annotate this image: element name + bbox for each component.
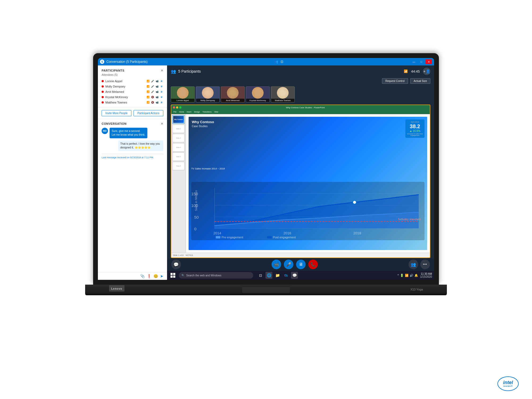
conversation-header: CONVERSATION ✕ [102, 122, 163, 126]
thumbnail-krystal[interactable]: Krystal McKinney [246, 86, 270, 102]
titlebar-popout-icon[interactable]: ⊡ [279, 59, 285, 64]
participant-left: Amit Melamed [102, 90, 124, 93]
page-wrapper: S Conversation (5 Participants) 👥 ⊡ — □ … [0, 0, 532, 399]
chat-icon: 💬 [173, 262, 179, 267]
notification-icon[interactable]: 🔔 [414, 274, 418, 277]
ppt-slide-thumb[interactable]: Slide 5 [172, 152, 185, 161]
edge-icon[interactable]: 🌐 [265, 272, 272, 279]
conversation-close-button[interactable]: ✕ [161, 122, 163, 126]
ppt-slide-thumb[interactable]: Slide 2 [172, 124, 185, 133]
ppt-taskbar: Slide 1 of 8 NOTES [171, 253, 430, 257]
call-controls-left: 💬 [171, 260, 181, 269]
ppt-max-dot [179, 106, 181, 109]
thumbnail-label: Amit Melamed [221, 99, 244, 102]
close-button[interactable]: ✕ [426, 59, 432, 64]
share-icon: 🖥 [160, 90, 163, 94]
mute-button[interactable]: 🎤 [284, 260, 293, 269]
more-options-button[interactable]: ••• [420, 260, 430, 269]
svg-text:2016: 2016 [283, 231, 291, 235]
svg-point-10 [353, 201, 356, 204]
edge-symbol: 🌐 [267, 273, 271, 277]
attach-icon[interactable]: 📎 [140, 274, 145, 278]
signal-icon: 📶 [146, 85, 150, 88]
send-icon[interactable]: ➤ [160, 274, 163, 278]
windows-quadrant [173, 276, 175, 278]
participant-left: Krystal McKinney [102, 95, 128, 99]
end-call-button[interactable]: 📞 [308, 260, 318, 269]
thumbnail-face [171, 87, 194, 99]
ppt-container: Why Contoso Case Studies - PowerPoint Fi… [171, 105, 430, 257]
participant-name-molly: Molly Dempsey [105, 85, 125, 88]
participant-icons: 📶 🔇 📹 🖥 [146, 101, 163, 104]
share-screen-button[interactable]: 🖥 [296, 260, 306, 269]
participant-row: Lonnie Appel 📶 🎤 📹 🖥 [102, 78, 163, 84]
share-icon: 🖥 [160, 85, 163, 88]
intel-brand-text: intel [503, 380, 513, 385]
skype-taskbar-icon[interactable]: 💬 [291, 272, 298, 279]
emoji-icon[interactable]: 😊 [153, 274, 158, 278]
svg-rect-14 [216, 236, 221, 239]
incoming-message: MD Sure, give me a second. Let me know w… [102, 128, 163, 138]
thumbnail-amit[interactable]: Amit Melamed [221, 86, 245, 102]
add-participant-button[interactable]: +👤 [423, 68, 430, 75]
thumbnail-label: Molly Dempsey [196, 99, 219, 102]
thumbnail-matthew[interactable]: Matthew Townes [271, 86, 295, 102]
participant-left: Matthew Townes [102, 101, 127, 104]
screen: S Conversation (5 Participants) 👥 ⊡ — □ … [98, 58, 434, 280]
ppt-slide-thumb[interactable]: Slide 3 [172, 134, 185, 142]
participants-title: PARTICIPANTS [102, 69, 124, 72]
ppt-min-dot [176, 106, 178, 109]
ppt-ribbon-tab[interactable]: Insert [187, 111, 192, 113]
request-control-button[interactable]: Request Control [382, 78, 408, 84]
participant-row: Amit Melamed 📶 🎤 📹 🖥 [102, 89, 163, 94]
thumbnail-molly[interactable]: Molly Dempsey [196, 86, 220, 102]
participants-group-icon: 👥 [171, 69, 176, 74]
video-camera-icon: 📹 [274, 262, 279, 267]
chevron-up-icon[interactable]: ^ [397, 274, 399, 277]
thumbnail-row: Lonnie Appel Molly Dempsey [167, 85, 434, 103]
ppt-ribbon-tab[interactable]: Transitions [202, 111, 211, 113]
conversation-section: CONVERSATION ✕ MD Sure, give me a second… [98, 119, 167, 272]
urgent-icon[interactable]: ❗ [147, 274, 151, 278]
ppt-ribbon-tab[interactable]: Design [194, 111, 200, 113]
chat-toggle-button[interactable]: 💬 [171, 260, 181, 269]
participants-list-button[interactable]: 👥 [409, 260, 418, 269]
ppt-ribbon-tab[interactable]: Home [179, 111, 184, 113]
titlebar-contacts-icon[interactable]: 👥 [273, 59, 279, 64]
ppt-slide-thumb[interactable]: Slide 4 [172, 143, 185, 152]
ppt-slide-thumb[interactable]: Slide 6 [172, 162, 185, 170]
ppt-ribbon-tab[interactable]: File [173, 111, 176, 113]
video-icon: 📹 [155, 79, 159, 83]
minimize-button[interactable]: — [411, 59, 417, 64]
taskbar-search[interactable]: 🔍 Search the web and Windows [179, 272, 253, 279]
ppt-slide-thumb[interactable]: Why Contoso [172, 115, 185, 124]
titlebar-title: Conversation (5 Participants) [106, 60, 148, 64]
thumbnail-lonnie[interactable]: Lonnie Appel [171, 86, 195, 102]
svg-rect-16 [267, 236, 272, 239]
chat-bubble-incoming: Sure, give me a second. Let me know what… [110, 128, 147, 138]
store-symbol: 🛍 [284, 273, 288, 277]
invite-more-people-button[interactable]: Invite More People [102, 110, 131, 116]
participants-close-button[interactable]: ✕ [161, 69, 163, 72]
call-timer: 44:45 [411, 69, 420, 73]
video-button[interactable]: 📹 [272, 260, 281, 269]
stat-main-value: 38.2 [407, 123, 423, 130]
ppt-window-title: Why Contoso Case Studies - PowerPoint [286, 106, 325, 109]
participants-header: PARTICIPANTS ✕ [102, 69, 163, 72]
maximize-button[interactable]: □ [418, 59, 425, 64]
task-view-icon[interactable]: ⊡ [257, 272, 264, 279]
invite-actions: Invite More People Participant Actions [98, 107, 167, 119]
participant-actions-button[interactable]: Participant Actions [134, 110, 163, 116]
actual-size-button[interactable]: Actual Size [410, 78, 430, 84]
chart-svg: 0 50 100 150 [191, 171, 425, 250]
video-icon: 📹 [155, 90, 159, 94]
explorer-icon[interactable]: 📁 [274, 272, 281, 279]
start-button[interactable] [169, 272, 177, 279]
participant-name: Matthew Townes [105, 101, 127, 104]
thumbnail-face [246, 87, 269, 99]
participant-row: Molly Dempsey 📶 🎤 📹 🖥 [102, 84, 163, 89]
store-icon[interactable]: 🛍 [282, 272, 289, 279]
ppt-ribbon-tab[interactable]: View [214, 111, 218, 113]
video-icon: 📹 [155, 85, 159, 88]
volume-icon[interactable]: 🔊 [410, 274, 413, 277]
